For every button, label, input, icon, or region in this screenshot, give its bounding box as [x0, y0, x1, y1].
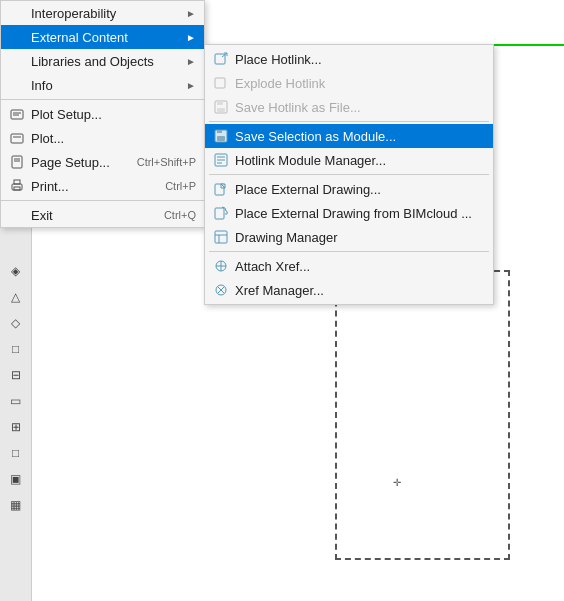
svg-rect-27 [215, 231, 227, 243]
submenu-item-place-hotlink[interactable]: Place Hotlink... [205, 47, 493, 71]
external-content-label: External Content [31, 30, 128, 45]
place-external-drawing-label: Place External Drawing... [235, 182, 381, 197]
print-label: Print... [31, 179, 69, 194]
place-hotlink-icon [213, 51, 229, 67]
menu-item-interoperability[interactable]: Interoperability ► [1, 1, 204, 25]
libraries-objects-label: Libraries and Objects [31, 54, 154, 69]
info-icon [9, 77, 25, 93]
toolbar-icon-7[interactable]: ⊞ [5, 416, 27, 438]
external-content-icon [9, 29, 25, 45]
place-external-drawing-icon [213, 181, 229, 197]
svg-rect-16 [217, 108, 225, 112]
external-content-arrow: ► [186, 32, 196, 43]
plot-setup-icon [9, 106, 25, 122]
exit-label: Exit [31, 208, 53, 223]
attach-xref-icon [213, 258, 229, 274]
submenu-item-hotlink-module-manager[interactable]: Hotlink Module Manager... [205, 148, 493, 172]
interoperability-icon [9, 5, 25, 21]
cursor-cross: ✛ [393, 477, 403, 487]
page-setup-label: Page Setup... [31, 155, 110, 170]
toolbar-icon-8[interactable]: □ [5, 442, 27, 464]
plot-icon [9, 130, 25, 146]
interoperability-label: Interoperability [31, 6, 116, 21]
plot-label: Plot... [31, 131, 64, 146]
menu-item-external-content[interactable]: External Content ► [1, 25, 204, 49]
save-hotlink-as-file-label: Save Hotlink as File... [235, 100, 361, 115]
page-setup-shortcut: Ctrl+Shift+P [137, 156, 196, 168]
save-selection-as-module-icon [213, 128, 229, 144]
explode-hotlink-icon [213, 75, 229, 91]
menu-item-plot[interactable]: Plot... [1, 126, 204, 150]
save-hotlink-icon [213, 99, 229, 115]
menu-separator-1 [1, 99, 204, 100]
external-content-submenu: Place Hotlink... Explode Hotlink Save Ho… [204, 44, 494, 305]
xref-manager-label: Xref Manager... [235, 283, 324, 298]
hotlink-module-manager-label: Hotlink Module Manager... [235, 153, 386, 168]
explode-hotlink-label: Explode Hotlink [235, 76, 325, 91]
svg-rect-3 [11, 134, 23, 143]
submenu-item-xref-manager[interactable]: Xref Manager... [205, 278, 493, 302]
menu-item-page-setup[interactable]: Page Setup... Ctrl+Shift+P [1, 150, 204, 174]
place-external-drawing-bimcloud-icon [213, 205, 229, 221]
hotlink-module-manager-icon [213, 152, 229, 168]
interoperability-arrow: ► [186, 8, 196, 19]
libraries-objects-icon [9, 53, 25, 69]
main-menu: Interoperability ► External Content ► Li… [0, 0, 205, 228]
submenu-item-place-external-drawing-bimcloud[interactable]: Place External Drawing from BIMcloud ... [205, 201, 493, 225]
svg-marker-25 [221, 184, 225, 188]
toolbar-icon-3[interactable]: ◇ [5, 312, 27, 334]
page-setup-icon [9, 154, 25, 170]
submenu-separator-3 [209, 251, 489, 252]
info-label: Info [31, 78, 53, 93]
menu-separator-2 [1, 200, 204, 201]
submenu-item-save-hotlink-as-file: Save Hotlink as File... [205, 95, 493, 119]
drawing-manager-icon [213, 229, 229, 245]
submenu-item-place-external-drawing[interactable]: Place External Drawing... [205, 177, 493, 201]
submenu-separator-1 [209, 121, 489, 122]
attach-xref-label: Attach Xref... [235, 259, 310, 274]
exit-shortcut: Ctrl+Q [164, 209, 196, 221]
plot-setup-label: Plot Setup... [31, 107, 102, 122]
toolbar-icon-10[interactable]: ▦ [5, 494, 27, 516]
toolbar-icon-9[interactable]: ▣ [5, 468, 27, 490]
xref-manager-icon [213, 282, 229, 298]
toolbar-icon-4[interactable]: □ [5, 338, 27, 360]
menu-item-plot-setup[interactable]: Plot Setup... [1, 102, 204, 126]
submenu-item-drawing-manager[interactable]: Drawing Manager [205, 225, 493, 249]
svg-rect-10 [14, 187, 20, 190]
drawing-manager-label: Drawing Manager [235, 230, 338, 245]
svg-rect-19 [217, 136, 225, 141]
svg-rect-18 [217, 130, 222, 133]
submenu-item-save-selection-as-module[interactable]: Save Selection as Module... [205, 124, 493, 148]
place-external-drawing-bimcloud-label: Place External Drawing from BIMcloud ... [235, 206, 472, 221]
toolbar-icon-6[interactable]: ▭ [5, 390, 27, 412]
place-hotlink-label: Place Hotlink... [235, 52, 322, 67]
menu-item-libraries-objects[interactable]: Libraries and Objects ► [1, 49, 204, 73]
svg-rect-26 [215, 208, 224, 219]
print-shortcut: Ctrl+P [165, 180, 196, 192]
selection-rectangle [335, 270, 510, 560]
svg-rect-9 [14, 180, 20, 184]
menu-item-exit[interactable]: Exit Ctrl+Q [1, 203, 204, 227]
toolbar-icon-5[interactable]: ⊟ [5, 364, 27, 386]
info-arrow: ► [186, 80, 196, 91]
toolbar-icon-2[interactable]: △ [5, 286, 27, 308]
svg-rect-5 [12, 156, 22, 168]
menu-item-print[interactable]: Print... Ctrl+P [1, 174, 204, 198]
menu-item-info[interactable]: Info ► [1, 73, 204, 97]
print-icon [9, 178, 25, 194]
exit-icon [9, 207, 25, 223]
save-selection-as-module-label: Save Selection as Module... [235, 129, 396, 144]
libraries-objects-arrow: ► [186, 56, 196, 67]
toolbar-icon-1[interactable]: ◈ [5, 260, 27, 282]
submenu-item-explode-hotlink: Explode Hotlink [205, 71, 493, 95]
svg-rect-13 [215, 78, 225, 88]
submenu-separator-2 [209, 174, 489, 175]
svg-rect-15 [217, 101, 223, 105]
submenu-item-attach-xref[interactable]: Attach Xref... [205, 254, 493, 278]
